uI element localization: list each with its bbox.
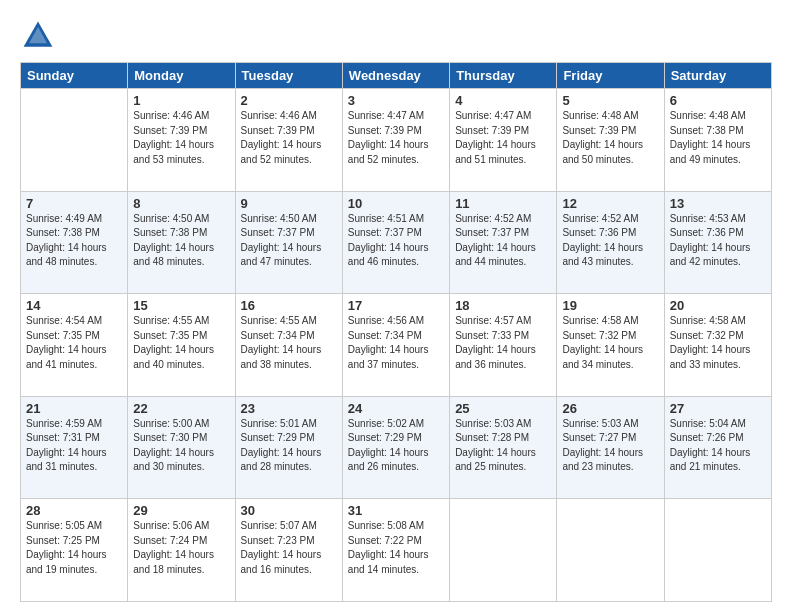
day-number: 26 [562,401,658,416]
day-info: Sunrise: 4:55 AMSunset: 7:34 PMDaylight:… [241,314,337,372]
logo-icon [20,18,56,54]
calendar-cell: 4Sunrise: 4:47 AMSunset: 7:39 PMDaylight… [450,89,557,192]
logo [20,18,62,54]
day-info: Sunrise: 5:02 AMSunset: 7:29 PMDaylight:… [348,417,444,475]
day-number: 9 [241,196,337,211]
calendar-cell: 8Sunrise: 4:50 AMSunset: 7:38 PMDaylight… [128,191,235,294]
day-number: 28 [26,503,122,518]
calendar-cell: 28Sunrise: 5:05 AMSunset: 7:25 PMDayligh… [21,499,128,602]
calendar-cell: 3Sunrise: 4:47 AMSunset: 7:39 PMDaylight… [342,89,449,192]
day-info: Sunrise: 4:47 AMSunset: 7:39 PMDaylight:… [348,109,444,167]
day-info: Sunrise: 4:59 AMSunset: 7:31 PMDaylight:… [26,417,122,475]
calendar: SundayMondayTuesdayWednesdayThursdayFrid… [20,62,772,602]
calendar-cell: 26Sunrise: 5:03 AMSunset: 7:27 PMDayligh… [557,396,664,499]
day-number: 10 [348,196,444,211]
day-number: 24 [348,401,444,416]
day-info: Sunrise: 4:48 AMSunset: 7:38 PMDaylight:… [670,109,766,167]
calendar-cell: 29Sunrise: 5:06 AMSunset: 7:24 PMDayligh… [128,499,235,602]
calendar-cell [21,89,128,192]
day-number: 7 [26,196,122,211]
day-number: 4 [455,93,551,108]
day-number: 15 [133,298,229,313]
day-number: 6 [670,93,766,108]
header [20,18,772,54]
day-info: Sunrise: 5:06 AMSunset: 7:24 PMDaylight:… [133,519,229,577]
day-number: 11 [455,196,551,211]
week-row-3: 14Sunrise: 4:54 AMSunset: 7:35 PMDayligh… [21,294,772,397]
weekday-header-monday: Monday [128,63,235,89]
week-row-2: 7Sunrise: 4:49 AMSunset: 7:38 PMDaylight… [21,191,772,294]
calendar-cell: 9Sunrise: 4:50 AMSunset: 7:37 PMDaylight… [235,191,342,294]
week-row-1: 1Sunrise: 4:46 AMSunset: 7:39 PMDaylight… [21,89,772,192]
calendar-cell: 27Sunrise: 5:04 AMSunset: 7:26 PMDayligh… [664,396,771,499]
day-number: 23 [241,401,337,416]
calendar-cell: 21Sunrise: 4:59 AMSunset: 7:31 PMDayligh… [21,396,128,499]
page: SundayMondayTuesdayWednesdayThursdayFrid… [0,0,792,612]
calendar-cell: 6Sunrise: 4:48 AMSunset: 7:38 PMDaylight… [664,89,771,192]
day-number: 5 [562,93,658,108]
day-info: Sunrise: 4:51 AMSunset: 7:37 PMDaylight:… [348,212,444,270]
calendar-cell: 17Sunrise: 4:56 AMSunset: 7:34 PMDayligh… [342,294,449,397]
calendar-cell: 13Sunrise: 4:53 AMSunset: 7:36 PMDayligh… [664,191,771,294]
day-number: 16 [241,298,337,313]
day-info: Sunrise: 5:01 AMSunset: 7:29 PMDaylight:… [241,417,337,475]
day-info: Sunrise: 5:00 AMSunset: 7:30 PMDaylight:… [133,417,229,475]
day-number: 21 [26,401,122,416]
day-info: Sunrise: 4:58 AMSunset: 7:32 PMDaylight:… [670,314,766,372]
day-info: Sunrise: 4:50 AMSunset: 7:38 PMDaylight:… [133,212,229,270]
day-info: Sunrise: 4:49 AMSunset: 7:38 PMDaylight:… [26,212,122,270]
day-info: Sunrise: 4:56 AMSunset: 7:34 PMDaylight:… [348,314,444,372]
day-number: 2 [241,93,337,108]
calendar-cell: 30Sunrise: 5:07 AMSunset: 7:23 PMDayligh… [235,499,342,602]
day-number: 25 [455,401,551,416]
calendar-cell: 20Sunrise: 4:58 AMSunset: 7:32 PMDayligh… [664,294,771,397]
calendar-cell: 16Sunrise: 4:55 AMSunset: 7:34 PMDayligh… [235,294,342,397]
day-number: 31 [348,503,444,518]
calendar-cell: 11Sunrise: 4:52 AMSunset: 7:37 PMDayligh… [450,191,557,294]
day-number: 1 [133,93,229,108]
day-info: Sunrise: 4:58 AMSunset: 7:32 PMDaylight:… [562,314,658,372]
day-info: Sunrise: 4:48 AMSunset: 7:39 PMDaylight:… [562,109,658,167]
day-number: 19 [562,298,658,313]
weekday-header-row: SundayMondayTuesdayWednesdayThursdayFrid… [21,63,772,89]
calendar-cell: 7Sunrise: 4:49 AMSunset: 7:38 PMDaylight… [21,191,128,294]
week-row-5: 28Sunrise: 5:05 AMSunset: 7:25 PMDayligh… [21,499,772,602]
calendar-cell: 2Sunrise: 4:46 AMSunset: 7:39 PMDaylight… [235,89,342,192]
day-info: Sunrise: 5:04 AMSunset: 7:26 PMDaylight:… [670,417,766,475]
day-number: 20 [670,298,766,313]
week-row-4: 21Sunrise: 4:59 AMSunset: 7:31 PMDayligh… [21,396,772,499]
calendar-cell: 25Sunrise: 5:03 AMSunset: 7:28 PMDayligh… [450,396,557,499]
day-number: 14 [26,298,122,313]
day-info: Sunrise: 4:46 AMSunset: 7:39 PMDaylight:… [241,109,337,167]
day-number: 18 [455,298,551,313]
day-info: Sunrise: 5:03 AMSunset: 7:28 PMDaylight:… [455,417,551,475]
day-info: Sunrise: 4:50 AMSunset: 7:37 PMDaylight:… [241,212,337,270]
day-info: Sunrise: 5:05 AMSunset: 7:25 PMDaylight:… [26,519,122,577]
day-number: 27 [670,401,766,416]
day-number: 30 [241,503,337,518]
day-info: Sunrise: 4:52 AMSunset: 7:37 PMDaylight:… [455,212,551,270]
calendar-cell [557,499,664,602]
day-info: Sunrise: 4:57 AMSunset: 7:33 PMDaylight:… [455,314,551,372]
calendar-cell: 31Sunrise: 5:08 AMSunset: 7:22 PMDayligh… [342,499,449,602]
day-info: Sunrise: 4:47 AMSunset: 7:39 PMDaylight:… [455,109,551,167]
day-number: 8 [133,196,229,211]
calendar-cell: 23Sunrise: 5:01 AMSunset: 7:29 PMDayligh… [235,396,342,499]
calendar-cell: 5Sunrise: 4:48 AMSunset: 7:39 PMDaylight… [557,89,664,192]
weekday-header-wednesday: Wednesday [342,63,449,89]
weekday-header-thursday: Thursday [450,63,557,89]
calendar-cell: 14Sunrise: 4:54 AMSunset: 7:35 PMDayligh… [21,294,128,397]
day-info: Sunrise: 5:07 AMSunset: 7:23 PMDaylight:… [241,519,337,577]
day-number: 12 [562,196,658,211]
calendar-cell: 1Sunrise: 4:46 AMSunset: 7:39 PMDaylight… [128,89,235,192]
weekday-header-sunday: Sunday [21,63,128,89]
day-info: Sunrise: 5:08 AMSunset: 7:22 PMDaylight:… [348,519,444,577]
calendar-cell: 24Sunrise: 5:02 AMSunset: 7:29 PMDayligh… [342,396,449,499]
day-number: 3 [348,93,444,108]
weekday-header-saturday: Saturday [664,63,771,89]
calendar-cell: 22Sunrise: 5:00 AMSunset: 7:30 PMDayligh… [128,396,235,499]
calendar-cell [664,499,771,602]
calendar-cell: 10Sunrise: 4:51 AMSunset: 7:37 PMDayligh… [342,191,449,294]
calendar-cell: 15Sunrise: 4:55 AMSunset: 7:35 PMDayligh… [128,294,235,397]
day-info: Sunrise: 4:55 AMSunset: 7:35 PMDaylight:… [133,314,229,372]
